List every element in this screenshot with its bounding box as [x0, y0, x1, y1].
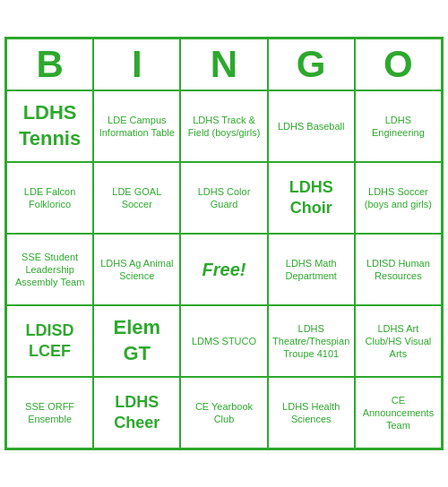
- bingo-cell-22: CE Yearbook Club: [180, 377, 267, 449]
- bingo-letter-b: B: [6, 38, 93, 90]
- bingo-cell-21: LDHS Cheer: [93, 377, 180, 449]
- bingo-cell-24: CE Announcements Team: [355, 377, 442, 449]
- bingo-cell-23: LDHS Health Sciences: [268, 377, 355, 449]
- bingo-cell-6: LDE GOAL Soccer: [93, 162, 180, 234]
- bingo-cell-4: LDHS Engineering: [355, 90, 442, 162]
- bingo-cell-12: Free!: [180, 234, 267, 305]
- bingo-letter-i: I: [93, 38, 180, 90]
- bingo-card: BINGO LDHS TennisLDE Campus Information …: [4, 37, 444, 450]
- bingo-letter-o: O: [355, 38, 442, 90]
- bingo-cell-15: LDISD LCEF: [6, 305, 93, 377]
- bingo-letter-n: N: [180, 38, 267, 90]
- bingo-cell-10: SSE Student Leadership Assembly Team: [6, 234, 93, 305]
- bingo-cell-9: LDHS Soccer (boys and girls): [355, 162, 442, 234]
- bingo-cell-5: LDE Falcon Folklorico: [6, 162, 93, 234]
- bingo-letter-g: G: [268, 38, 355, 90]
- bingo-cell-20: SSE ORFF Ensemble: [6, 377, 93, 449]
- bingo-cell-8: LDHS Choir: [268, 162, 355, 234]
- bingo-cell-2: LDHS Track & Field (boys/girls): [180, 90, 267, 162]
- bingo-cell-17: LDMS STUCO: [180, 305, 267, 377]
- bingo-header: BINGO: [6, 38, 442, 90]
- bingo-cell-0: LDHS Tennis: [6, 90, 93, 162]
- bingo-cell-3: LDHS Baseball: [268, 90, 355, 162]
- bingo-cell-13: LDHS Math Department: [268, 234, 355, 305]
- bingo-grid: LDHS TennisLDE Campus Information TableL…: [6, 90, 442, 449]
- bingo-cell-14: LDISD Human Resources: [355, 234, 442, 305]
- bingo-cell-1: LDE Campus Information Table: [93, 90, 180, 162]
- bingo-cell-7: LDHS Color Guard: [180, 162, 267, 234]
- bingo-cell-18: LDHS Theatre/Thespian Troupe 4101: [268, 305, 355, 377]
- bingo-cell-11: LDHS Ag Animal Science: [93, 234, 180, 305]
- bingo-cell-16: Elem GT: [93, 305, 180, 377]
- bingo-cell-19: LDHS Art Club/HS Visual Arts: [355, 305, 442, 377]
